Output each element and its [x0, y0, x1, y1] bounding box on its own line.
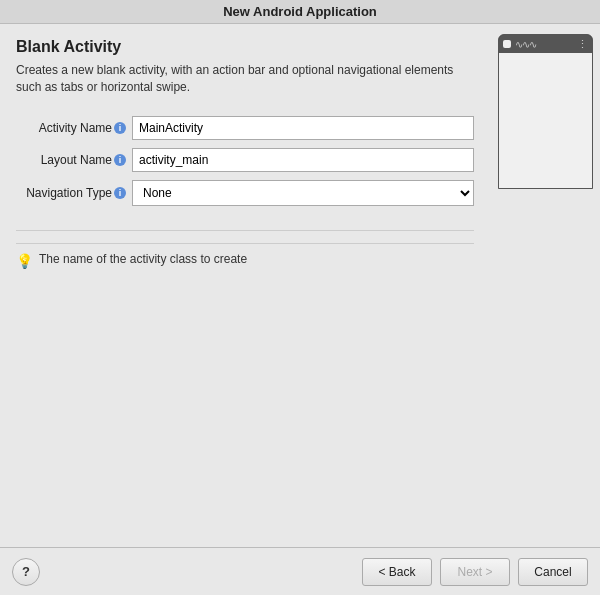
- page-description: Creates a new blank activity, with an ac…: [16, 62, 474, 96]
- form-area: Activity Name i Layout Name i Navigation…: [16, 116, 474, 206]
- wave-icon: ∿∿∿: [515, 39, 536, 50]
- activity-name-row: Activity Name i: [16, 116, 474, 140]
- navigation-type-row: Navigation Type i None Tabs Swipe Dropdo…: [16, 180, 474, 206]
- layout-name-label: Layout Name i: [16, 153, 126, 167]
- title-text: New Android Application: [223, 4, 377, 19]
- next-button[interactable]: Next >: [440, 558, 510, 586]
- preview-widget: ∿∿∿ ⋮: [498, 34, 593, 189]
- layout-name-row: Layout Name i: [16, 148, 474, 172]
- preview-circle: [503, 40, 511, 48]
- layout-name-input[interactable]: [132, 148, 474, 172]
- hint-area: 💡 The name of the activity class to crea…: [16, 243, 474, 277]
- back-button[interactable]: < Back: [362, 558, 432, 586]
- activity-name-info-icon[interactable]: i: [114, 122, 126, 134]
- help-button[interactable]: ?: [12, 558, 40, 586]
- title-bar: New Android Application: [0, 0, 600, 24]
- right-panel: ∿∿∿ ⋮: [490, 24, 600, 547]
- bottom-bar: ? < Back Next > Cancel: [0, 547, 600, 595]
- hint-text: The name of the activity class to create: [39, 252, 247, 266]
- cancel-button[interactable]: Cancel: [518, 558, 588, 586]
- layout-name-info-icon[interactable]: i: [114, 154, 126, 166]
- page-title: Blank Activity: [16, 38, 474, 56]
- navigation-type-label: Navigation Type i: [16, 186, 126, 200]
- activity-name-input[interactable]: [132, 116, 474, 140]
- preview-body: [499, 53, 592, 188]
- menu-dots-icon: ⋮: [577, 38, 588, 51]
- separator: [16, 230, 474, 231]
- activity-name-label: Activity Name i: [16, 121, 126, 135]
- navigation-type-select[interactable]: None Tabs Swipe Dropdown: [132, 180, 474, 206]
- bulb-icon: 💡: [16, 253, 33, 269]
- navigation-type-info-icon[interactable]: i: [114, 187, 126, 199]
- preview-top-bar: ∿∿∿ ⋮: [499, 35, 592, 53]
